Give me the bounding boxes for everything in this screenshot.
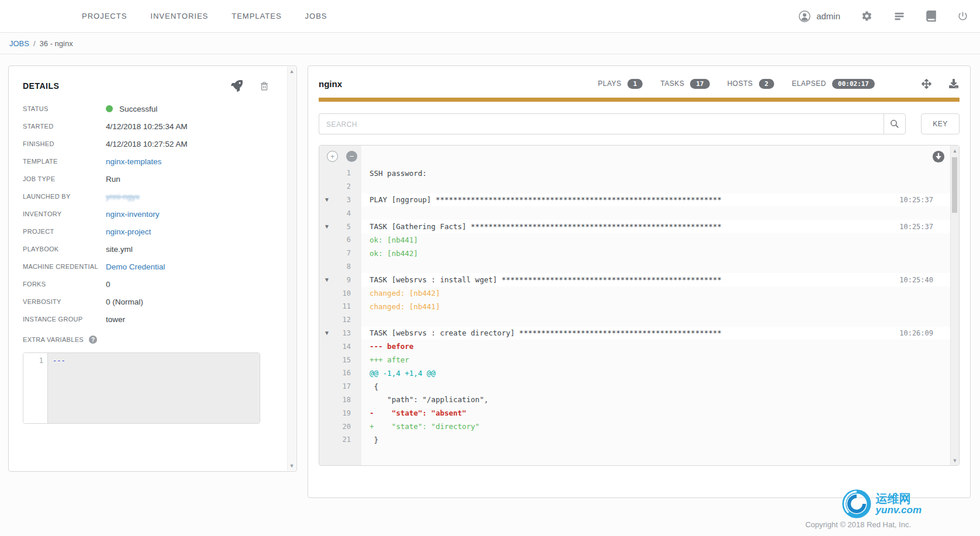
console-row-body: [361, 313, 951, 327]
nav-link-projects[interactable]: PROJECTS: [82, 12, 127, 20]
collapse-caret-icon[interactable]: ▼: [319, 196, 334, 203]
console-scrollbar[interactable]: ▲ ▼: [950, 146, 959, 465]
detail-label: INVENTORY: [23, 210, 106, 217]
stat-label: ELAPSED: [792, 79, 826, 88]
detail-label: FINISHED: [23, 140, 106, 147]
detail-row: FORKS0: [23, 275, 273, 293]
collapse-caret-icon[interactable]: ▼: [319, 330, 334, 336]
line-number: 17: [334, 382, 351, 390]
console-row-body: changed: [nb441]: [361, 300, 951, 313]
detail-link[interactable]: nginx-project: [106, 227, 151, 236]
nav-link-templates[interactable]: TEMPLATES: [232, 12, 281, 20]
expand-output-icon[interactable]: [922, 79, 931, 89]
line-number: 9: [334, 276, 351, 284]
detail-link[interactable]: nginx-templates: [106, 157, 161, 166]
scroll-up-icon[interactable]: ▲: [288, 68, 296, 74]
help-question-icon[interactable]: ?: [89, 336, 97, 344]
detail-row: PLAYBOOKsite.yml: [23, 240, 273, 258]
console-line-timestamp: 10:25:40: [899, 276, 951, 284]
collapse-caret-icon[interactable]: ▼: [319, 276, 334, 283]
docs-book-icon[interactable]: [926, 11, 936, 22]
console-line-text: ok: [nb442]: [370, 249, 418, 258]
stat-label: PLAYS: [598, 79, 622, 88]
console-line-timestamp: 10:25:37: [899, 196, 951, 204]
logout-power-icon[interactable]: [957, 11, 968, 22]
portal-list-icon[interactable]: [893, 11, 905, 22]
nav-link-inventories[interactable]: INVENTORIES: [150, 12, 208, 20]
follow-output-download-icon[interactable]: [932, 150, 945, 163]
line-number: 18: [334, 396, 351, 404]
detail-label: PROJECT: [23, 228, 106, 235]
user-avatar-icon: [798, 10, 811, 23]
console-row-gutter: ▼1: [319, 167, 361, 180]
console-row: ▼21 }: [319, 433, 951, 447]
detail-label: STARTED: [23, 123, 106, 130]
console-row-body: }: [361, 433, 951, 447]
detail-row: INSTANCE GROUPtower: [23, 310, 273, 328]
line-number: 7: [334, 249, 351, 257]
console-row-gutter: ▼17: [319, 380, 361, 393]
console-row-body: "path": "/application",: [361, 393, 951, 407]
console-row: ▼7ok: [nb442]: [319, 247, 951, 260]
console-line-text: "path": "/application",: [370, 395, 488, 404]
detail-row: LAUNCHED BYynni-ngyx: [23, 188, 273, 205]
detail-row: FINISHED4/12/2018 10:27:52 AM: [23, 135, 273, 153]
download-output-icon[interactable]: [949, 79, 958, 88]
console-row-gutter: ▼21: [319, 433, 361, 447]
search-input[interactable]: [319, 113, 884, 134]
settings-gear-icon[interactable]: [861, 11, 872, 22]
line-number: 11: [334, 302, 351, 310]
details-scrollbar[interactable]: ▲ ▼: [287, 67, 296, 471]
stat-badge: 1: [627, 79, 643, 89]
console-row-gutter: ▼2: [319, 180, 361, 193]
detail-label: INSTANCE GROUP: [23, 316, 106, 323]
console-row: ▼11changed: [nb441]: [319, 300, 951, 313]
console-line-text: SSH password:: [370, 169, 427, 178]
console-row: ▼16@@ -1,4 +1,4 @@: [319, 366, 951, 380]
delete-trash-icon[interactable]: [259, 81, 270, 92]
console-output: + − ▼1SSH password:▼2▼3PLAY [nggroup] **…: [319, 145, 960, 466]
console-row-body: changed: [nb442]: [361, 286, 951, 300]
collapse-all-minus-icon[interactable]: −: [346, 151, 357, 162]
console-line-text: }: [370, 435, 378, 444]
collapse-caret-icon[interactable]: ▼: [319, 223, 334, 230]
console-row-gutter: ▼13: [319, 327, 361, 340]
console-line-text: {: [370, 382, 378, 391]
scroll-up-icon[interactable]: ▲: [951, 148, 959, 154]
scrollbar-thumb[interactable]: [952, 157, 957, 213]
relaunch-rocket-icon[interactable]: [231, 80, 243, 92]
detail-label: JOB TYPE: [23, 175, 106, 182]
detail-label: LAUNCHED BY: [23, 193, 106, 200]
nav-right: admin: [798, 0, 968, 32]
expand-all-plus-icon[interactable]: +: [327, 151, 338, 162]
detail-link-obscured[interactable]: ynni-ngyx: [106, 192, 140, 201]
detail-row: JOB TYPERun: [23, 170, 273, 188]
console-row: ▼15+++ after: [319, 353, 951, 366]
console-row: ▼20+ "state": "directory": [319, 420, 951, 433]
detail-value: Run: [106, 175, 120, 184]
detail-value: 0: [106, 280, 111, 289]
user-menu[interactable]: admin: [798, 10, 840, 23]
detail-link[interactable]: nginx-inventory: [106, 210, 160, 219]
editor-content: ---: [48, 353, 260, 423]
search-button[interactable]: [884, 113, 906, 134]
scroll-down-icon[interactable]: ▼: [288, 463, 296, 469]
console-row-gutter: ▼4: [319, 206, 361, 220]
line-number: 8: [334, 262, 351, 271]
line-number: 4: [334, 209, 351, 217]
key-button[interactable]: KEY: [921, 113, 960, 134]
console-row-gutter: ▼10: [319, 286, 361, 300]
nav-link-jobs[interactable]: JOBS: [305, 12, 327, 20]
detail-link[interactable]: Demo Credential: [106, 262, 165, 271]
stat-tasks: TASKS17: [660, 79, 709, 89]
job-stats: PLAYS1TASKS17HOSTS2ELAPSED00:02:17: [598, 79, 875, 89]
console-row-gutter: ▼8: [319, 260, 361, 274]
scroll-down-icon[interactable]: ▼: [951, 458, 959, 464]
console-line-text: changed: [nb442]: [370, 289, 440, 298]
user-name: admin: [816, 11, 840, 21]
detail-row: STARTED4/12/2018 10:25:34 AM: [23, 117, 273, 135]
line-number: 6: [334, 236, 351, 244]
console-row: ▼9TASK [websrvs : install wget] ********…: [319, 273, 951, 286]
breadcrumb-link-jobs[interactable]: JOBS: [9, 39, 29, 48]
console-row-body: [361, 260, 951, 274]
